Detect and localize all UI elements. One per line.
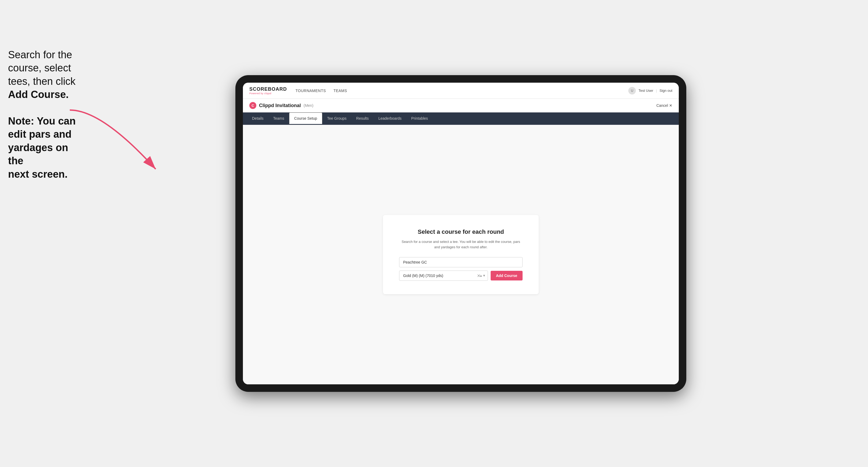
- tab-leaderboards[interactable]: Leaderboards: [374, 113, 406, 125]
- course-search-input[interactable]: [399, 257, 523, 267]
- logo-area: SCOREBOARD Powered by clippd: [249, 86, 287, 95]
- cancel-icon: ✕: [669, 103, 672, 107]
- add-course-button[interactable]: Add Course: [491, 271, 523, 280]
- instruction-line3: tees, then click: [8, 76, 75, 87]
- tab-bar: Details Teams Course Setup Tee Groups Re…: [243, 113, 679, 125]
- user-avatar: U: [628, 87, 636, 94]
- cancel-button[interactable]: Cancel ✕: [656, 103, 672, 107]
- tee-arrows-icon: ▲▼: [479, 274, 486, 277]
- instruction-line1: Search for the: [8, 49, 72, 60]
- instruction-note1: Note: You can: [8, 116, 76, 127]
- separator: |: [656, 89, 657, 93]
- top-navbar: SCOREBOARD Powered by clippd TOURNAMENTS…: [243, 83, 679, 99]
- tab-printables[interactable]: Printables: [406, 113, 433, 125]
- tournament-subtitle: (Men): [304, 103, 313, 107]
- logo-sub: Powered by clippd: [249, 92, 287, 95]
- tournament-header: C Clippd Invitational (Men) Cancel ✕: [243, 99, 679, 113]
- nav-links: TOURNAMENTS TEAMS: [296, 89, 628, 93]
- tournament-icon: C: [249, 102, 256, 109]
- cancel-label: Cancel: [656, 103, 668, 107]
- main-content: Select a course for each round Search fo…: [243, 125, 679, 384]
- sign-out-link[interactable]: Sign out: [659, 89, 672, 93]
- tab-details[interactable]: Details: [247, 113, 269, 125]
- user-name: Test User: [639, 89, 653, 93]
- instruction-line2: course, select: [8, 62, 71, 73]
- instruction-note3: yardages on the: [8, 142, 68, 166]
- panel-title: Select a course for each round: [399, 228, 523, 236]
- instruction-note2: edit pars and: [8, 129, 72, 140]
- tab-tee-groups[interactable]: Tee Groups: [322, 113, 351, 125]
- tee-select-wrapper: Gold (M) (M) (7010 yds) ✕ ▲▼: [399, 271, 488, 281]
- instruction-note4: next screen.: [8, 168, 68, 180]
- tee-select-row: Gold (M) (M) (7010 yds) ✕ ▲▼ Add Course: [399, 271, 523, 281]
- instruction-bold: Add Course.: [8, 89, 69, 100]
- tab-course-setup[interactable]: Course Setup: [289, 113, 322, 125]
- tee-select[interactable]: Gold (M) (M) (7010 yds): [399, 271, 488, 281]
- tournament-name: Clippd Invitational: [259, 103, 301, 108]
- course-panel: Select a course for each round Search fo…: [383, 215, 539, 294]
- tablet-screen: SCOREBOARD Powered by clippd TOURNAMENTS…: [243, 83, 679, 384]
- tablet-device: SCOREBOARD Powered by clippd TOURNAMENTS…: [236, 75, 686, 392]
- logo-text: SCOREBOARD: [249, 86, 287, 92]
- nav-tournaments[interactable]: TOURNAMENTS: [296, 89, 326, 93]
- panel-description: Search for a course and select a tee. Yo…: [399, 239, 523, 250]
- instruction-panel: Search for the course, select tees, then…: [8, 48, 86, 181]
- tab-teams[interactable]: Teams: [269, 113, 289, 125]
- tournament-title-area: C Clippd Invitational (Men): [249, 102, 313, 109]
- nav-teams[interactable]: TEAMS: [333, 89, 347, 93]
- user-area: U Test User | Sign out: [628, 87, 672, 94]
- tab-results[interactable]: Results: [351, 113, 374, 125]
